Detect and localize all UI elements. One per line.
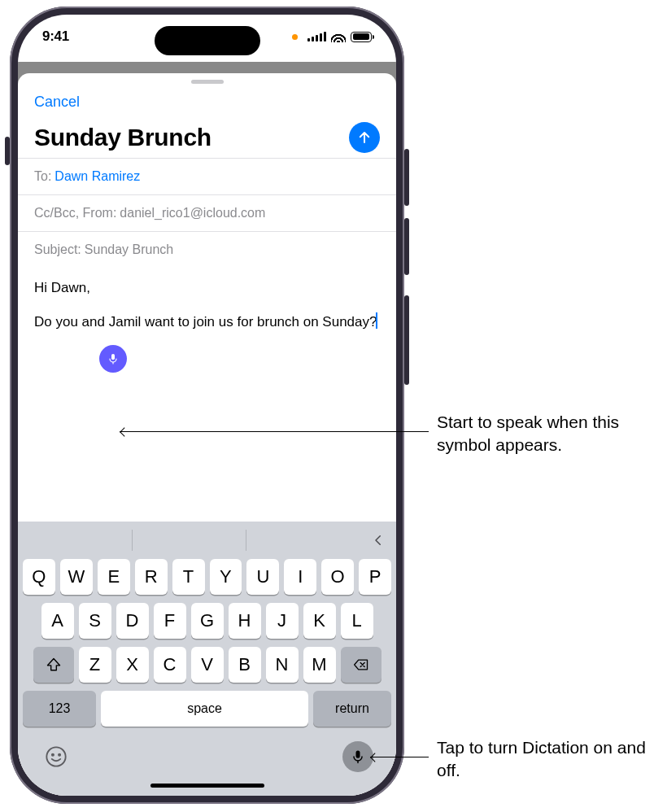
letter-key-r[interactable]: R [135,559,168,595]
letter-key-a[interactable]: A [41,603,74,639]
subject-label: Subject: [34,242,81,257]
letter-key-e[interactable]: E [98,559,130,595]
letter-key-o[interactable]: O [321,559,354,595]
callout-text: Tap to turn Dictation on and off. [437,736,648,783]
subject-field[interactable]: Subject: Sunday Brunch [18,231,396,268]
autocorrect-bar [18,522,396,559]
emoji-key[interactable] [41,741,72,772]
backspace-icon [353,657,369,673]
dictation-indicator[interactable] [99,345,127,373]
dictation-key[interactable] [342,741,373,772]
keyboard: QWERTYUIOP ASDFGHJKL ZXCVBNM [18,522,396,796]
battery-icon [351,32,372,42]
collapse-suggestions-button[interactable] [360,533,396,548]
from-address: daniel_rico1@icloud.com [120,206,265,220]
keyboard-row: QWERTYUIOP [18,559,396,595]
sheet-grabber[interactable] [191,80,224,84]
iphone-frame: 9:41 Cancel Sunday Brunch [10,7,404,804]
letter-key-i[interactable]: I [284,559,316,595]
callout-leader-line [120,431,429,432]
letter-key-v[interactable]: V [191,647,224,683]
compose-sheet: Cancel Sunday Brunch To: Dawn Ramirez Cc… [18,73,396,796]
letter-key-g[interactable]: G [191,603,224,639]
letter-key-l[interactable]: L [341,603,373,639]
emoji-icon [45,745,68,768]
letter-key-q[interactable]: Q [23,559,55,595]
letter-key-x[interactable]: X [116,647,149,683]
chevron-left-icon [371,533,386,548]
letter-key-n[interactable]: N [266,647,299,683]
backspace-key[interactable] [341,647,382,683]
letter-key-d[interactable]: D [116,603,149,639]
subject-value: Sunday Brunch [85,242,173,257]
shift-icon [46,657,62,673]
space-key[interactable]: space [101,691,308,727]
keyboard-row: ZXCVBNM [18,647,396,683]
svg-point-3 [59,753,61,756]
letter-key-j[interactable]: J [266,603,299,639]
letter-key-t[interactable]: T [172,559,205,595]
letter-key-h[interactable]: H [229,603,261,639]
return-key[interactable]: return [313,691,391,727]
microphone-icon [350,749,366,765]
shift-key[interactable] [33,647,74,683]
message-body[interactable]: Hi Dawn, Do you and Jamil want to join u… [18,268,396,347]
volume-down-button [404,218,409,275]
status-time: 9:41 [42,28,69,45]
letter-key-k[interactable]: K [303,603,336,639]
divider [132,530,133,551]
ccbcc-field[interactable]: Cc/Bcc, From: daniel_rico1@icloud.com [18,194,396,231]
letter-key-c[interactable]: C [154,647,186,683]
letter-key-w[interactable]: W [60,559,93,595]
callout-text: Start to speak when this symbol appears. [437,411,648,457]
letter-key-s[interactable]: S [79,603,111,639]
dynamic-island [155,26,260,55]
svg-rect-4 [356,751,360,758]
letter-key-p[interactable]: P [359,559,391,595]
cancel-button[interactable]: Cancel [34,89,80,122]
home-indicator[interactable] [150,784,264,788]
letter-key-y[interactable]: Y [210,559,242,595]
silence-switch [5,137,10,165]
to-recipient[interactable]: Dawn Ramirez [54,169,140,184]
status-right [292,32,372,42]
body-line: Do you and Jamil want to join us for bru… [34,312,380,332]
numbers-key[interactable]: 123 [23,691,96,727]
send-button[interactable] [349,122,380,153]
letter-key-m[interactable]: M [303,647,336,683]
cellular-icon [307,32,326,41]
compose-title: Sunday Brunch [34,124,211,151]
volume-up-button [404,149,409,206]
letter-key-u[interactable]: U [246,559,279,595]
svg-point-1 [46,747,65,766]
keyboard-bottom-bar [18,735,396,772]
callout-leader-line [370,757,429,757]
power-button [404,295,409,385]
divider [246,530,246,551]
screen: 9:41 Cancel Sunday Brunch [18,15,396,796]
letter-key-b[interactable]: B [229,647,261,683]
letter-key-z[interactable]: Z [79,647,111,683]
wifi-icon [331,32,346,42]
body-line: Hi Dawn, [34,279,380,298]
ccbcc-label: Cc/Bcc, From: [34,206,116,220]
svg-point-2 [52,753,54,756]
to-label: To: [34,169,51,184]
text-cursor [376,312,377,329]
microphone-icon [107,352,120,365]
sheet-header: Cancel Sunday Brunch [18,87,396,158]
keyboard-row: 123 space return [18,691,396,727]
arrow-up-icon [357,130,372,145]
letter-key-f[interactable]: F [154,603,186,639]
svg-rect-0 [111,354,115,360]
keyboard-row: ASDFGHJKL [18,603,396,639]
to-field[interactable]: To: Dawn Ramirez [18,158,396,194]
mic-in-use-indicator-icon [292,34,298,40]
